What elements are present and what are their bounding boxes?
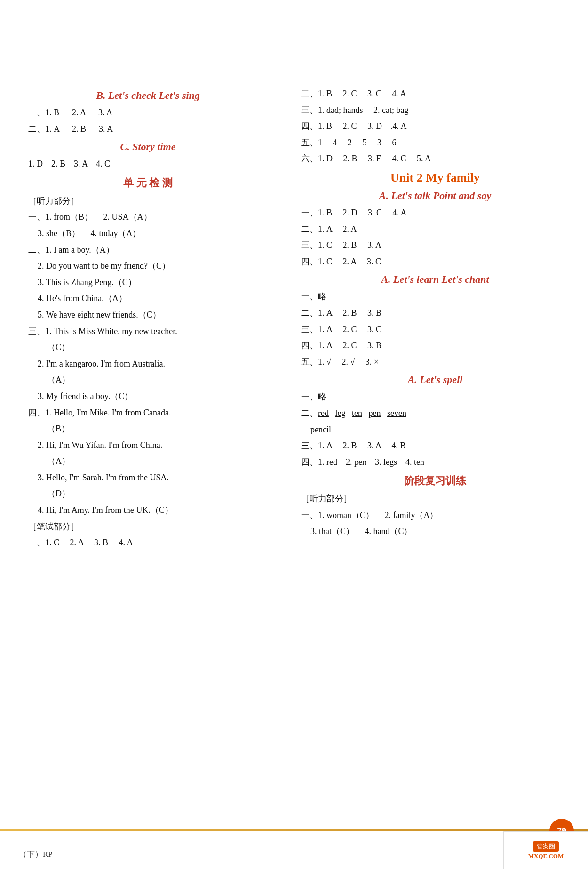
left-san-sub0: （C） (47, 340, 268, 355)
watermark-top: 管案圈 (533, 841, 559, 852)
right-a2-er: 二、1. A 2. B 3. B (301, 306, 569, 320)
left-si-sub3: 4. Hi, I'm Amy. I'm from the UK.（C） (38, 503, 268, 518)
left-san-sub2: 3. My friend is a boy.（C） (38, 389, 268, 404)
left-si-sub1: 2. Hi, I'm Wu Yifan. I'm from China. (38, 438, 268, 453)
right-pre4: 五、1 4 2 5 3 6 (301, 136, 569, 150)
unit2-label: Unit 2 My family (390, 171, 480, 184)
left-s1-line1: 一、1. B 2. A 3. A (28, 105, 268, 120)
left-si-line: 四、1. Hello, I'm Mike. I'm from Canada. (28, 406, 268, 420)
right-a1-yi: 一、1. B 2. D 3. C 4. A (301, 206, 569, 220)
left-er-sub3: 4. He's from China.（A） (38, 291, 268, 306)
page: B. Let's check Let's sing 一、1. B 2. A 3.… (0, 0, 588, 869)
right-s4-yi: 一、1. woman（C） 2. family（A） (301, 508, 569, 523)
section-b-title: B. Let's check Let's sing (28, 89, 268, 102)
left-s1-line2: 二、1. A 2. B 3. A (28, 122, 268, 136)
left-si-sub2b: （D） (47, 486, 268, 501)
left-yi-line: 一、1. from（B） 2. USA（A） (28, 210, 268, 224)
writing-bracket: ［笔试部分］ (28, 519, 268, 534)
right-a3-er: 二、red leg ten pen seven (301, 406, 569, 421)
left-er-sub4: 5. We have eight new friends.（C） (38, 308, 268, 322)
left-er-sub1: 2. Do you want to be my friend?（C） (38, 259, 268, 273)
right-a2-yi: 一、略 (301, 289, 569, 304)
right-pre3: 四、1. B 2. C 3. D .4. A (301, 119, 569, 134)
top-decoration (0, 0, 588, 56)
footer-label: （下）RP (19, 849, 53, 860)
right-a1-er: 二、1. A 2. A (301, 222, 569, 237)
right-a2-si: 四、1. A 2. C 3. B (301, 338, 569, 353)
right-pre2: 三、1. dad; hands 2. cat; bag (301, 103, 569, 118)
unit2-title: Unit 2 My family (301, 171, 569, 185)
right-a2-san: 三、1. A 2. C 3. C (301, 322, 569, 337)
left-bishi-yi: 一、1. C 2. A 3. B 4. A (28, 535, 268, 550)
section4-cn-title: 阶段复习训练 (301, 474, 569, 488)
right-pre5: 六、1. D 2. B 3. E 4. C 5. A (301, 151, 569, 166)
right-a3-yi: 一、略 (301, 390, 569, 404)
watermark-bottom: MXQE.COM (528, 853, 564, 860)
left-column: B. Let's check Let's sing 一、1. B 2. A 3.… (0, 85, 282, 552)
left-san-sub1b: （A） (47, 373, 268, 387)
right-a3-san: 三、1. A 2. B 3. A 4. B (301, 438, 569, 453)
right-s4-bracket: ［听力部分］ (301, 492, 569, 506)
footer: （下）RP (0, 849, 588, 860)
left-yi-sub: 3. she（B） 4. today（A） (38, 226, 268, 241)
section-a1-title: A. Let's talk Point and say (301, 190, 569, 202)
right-a3-er-cont: pencil (310, 423, 569, 437)
right-a1-san: 三、1. C 2. B 3. A (301, 238, 569, 253)
footer-line (57, 854, 133, 854)
right-pre1: 二、1. B 2. C 3. C 4. A (301, 87, 569, 101)
section-a3-title: A. Let's spell (301, 374, 569, 386)
section-a2-title: A. Let's learn Let's chant (301, 273, 569, 286)
left-er-sub2: 3. This is Zhang Peng.（C） (38, 275, 268, 290)
right-column: 二、1. B 2. C 3. C 4. A 三、1. dad; hands 2.… (282, 85, 588, 552)
right-a2-wu: 五、1. √ 2. √ 3. × (301, 355, 569, 369)
listening-bracket: ［听力部分］ (28, 194, 268, 208)
right-s4-yi-cont: 3. that（C） 4. hand（C） (310, 524, 569, 539)
right-a3-si: 四、1. red 2. pen 3. legs 4. ten (301, 455, 569, 470)
left-si-sub0: （B） (47, 422, 268, 436)
left-san-line: 三、1. This is Miss White, my new teacher. (28, 324, 268, 339)
right-a1-si: 四、1. C 2. A 3. C (301, 255, 569, 269)
left-si-sub2: 3. Hello, I'm Sarah. I'm from the USA. (38, 470, 268, 485)
left-er-line: 二、1. I am a boy.（A） (28, 243, 268, 257)
bottom-bar (0, 829, 588, 831)
left-san-sub1: 2. I'm a kangaroo. I'm from Australia. (38, 357, 268, 371)
section-c-title: C. Story time (28, 141, 268, 153)
watermark: 管案圈 MXQE.COM (503, 831, 588, 869)
section3-cn-title: 单 元 检 测 (28, 176, 268, 190)
left-s2-line1: 1. D 2. B 3. A 4. C (28, 157, 268, 171)
left-si-sub1b: （A） (47, 454, 268, 469)
